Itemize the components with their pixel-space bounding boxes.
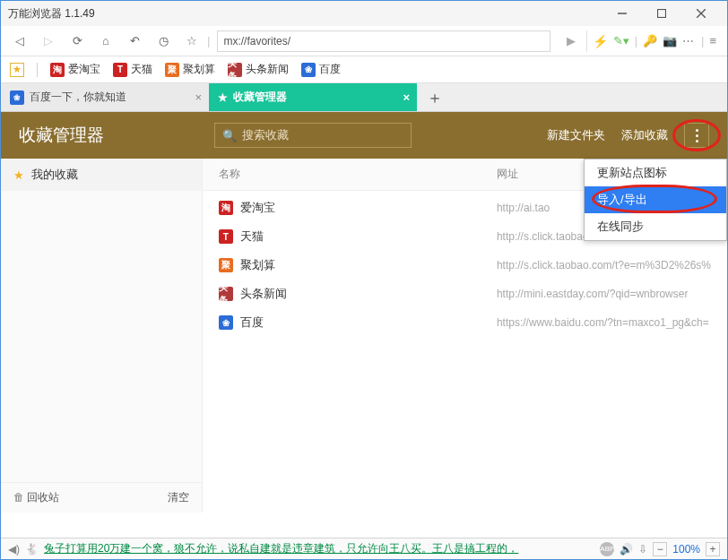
- recycle-bin-button[interactable]: 🗑 回收站: [13, 490, 59, 505]
- menu-refresh-icons[interactable]: 更新站点图标: [585, 159, 726, 186]
- menu-icon[interactable]: ≡: [709, 34, 716, 47]
- speed-icon[interactable]: ⚡: [593, 34, 608, 48]
- minimize-button[interactable]: [603, 4, 641, 23]
- manager-header: 收藏管理器 🔍 搜索收藏 新建文件夹 添加收藏: [1, 112, 727, 159]
- tab-inactive[interactable]: ❀ 百度一下，你就知道 ×: [1, 83, 209, 111]
- site-icon: T: [113, 63, 127, 77]
- more-icon[interactable]: ⋯: [682, 34, 696, 47]
- sidebar: ★ 我的收藏 🗑 回收站 清空: [1, 159, 203, 513]
- toolbar: ◁ ▷ ⟳ ⌂ ↶ ◷ ☆ | mx://favorites/ ▶ ⚡ ✎▾ |…: [1, 26, 727, 56]
- bookmarks-bar: ★ 淘爱淘宝T天猫聚聚划算头条头条新闻❀百度: [1, 56, 727, 83]
- search-placeholder: 搜索收藏: [242, 127, 289, 143]
- status-bar: ◀) 🐇 兔子打算用20万建一个窝，狼不允许，说私自建就是违章建筑，只允许向王八…: [1, 538, 727, 559]
- star-button[interactable]: ☆: [178, 29, 205, 54]
- item-label: 爱淘宝: [240, 200, 275, 216]
- site-icon: ❀: [219, 315, 233, 330]
- bookmark-item[interactable]: 淘爱淘宝: [50, 62, 100, 77]
- go-button[interactable]: ▶: [558, 29, 585, 54]
- status-ticker[interactable]: 兔子打算用20万建一个窝，狼不允许，说私自建就是违章建筑，只允许向王八买。王八是…: [44, 541, 594, 556]
- menu-import-export[interactable]: 导入/导出: [585, 186, 726, 213]
- bookmark-item[interactable]: 聚聚划算: [165, 62, 215, 77]
- bookmark-item[interactable]: ❀百度: [301, 62, 341, 77]
- sidebar-footer: 🗑 回收站 清空: [1, 482, 202, 513]
- col-name: 名称: [219, 167, 497, 182]
- svg-rect-1: [658, 10, 666, 18]
- more-menu-button[interactable]: [684, 123, 709, 148]
- item-url: http://mini.eastday.com/?qid=wnbrowser: [497, 288, 689, 300]
- star-icon: ★: [218, 91, 228, 104]
- key-icon[interactable]: 🔑: [643, 34, 657, 47]
- item-label: 天猫: [240, 228, 264, 245]
- bookmark-item[interactable]: T天猫: [113, 62, 152, 77]
- titlebar: 万能浏览器 1.1.49: [1, 1, 727, 26]
- site-icon: 淘: [219, 201, 233, 215]
- site-icon: 聚: [219, 258, 233, 272]
- svg-line-2: [697, 9, 706, 18]
- menu-sync[interactable]: 在线同步: [585, 213, 726, 240]
- sidebar-item-myfavorites[interactable]: ★ 我的收藏: [1, 159, 202, 191]
- add-favorite-button[interactable]: 添加收藏: [621, 127, 668, 143]
- maximize-button[interactable]: [643, 4, 680, 23]
- download-icon[interactable]: ⇩: [638, 543, 647, 556]
- search-icon: 🔍: [222, 129, 237, 142]
- new-folder-button[interactable]: 新建文件夹: [547, 127, 605, 143]
- wand-icon[interactable]: ✎▾: [613, 34, 629, 47]
- status-bullet: 🐇: [25, 543, 39, 556]
- site-icon: 头条: [219, 287, 233, 301]
- list-item[interactable]: 头条头条新闻http://mini.eastday.com/?qid=wnbro…: [219, 286, 711, 302]
- bookmark-item[interactable]: 头条头条新闻: [228, 62, 289, 77]
- col-url: 网址: [497, 167, 518, 182]
- zoom-out-button[interactable]: −: [653, 542, 667, 556]
- volume-icon[interactable]: 🔊: [620, 543, 633, 556]
- svg-line-3: [697, 9, 706, 18]
- bookmark-label: 爱淘宝: [68, 62, 100, 77]
- main-panel: 名称 网址 淘爱淘宝http://ai.taoT天猫http://s.click…: [203, 159, 727, 513]
- tab-active[interactable]: ★ 收藏管理器 ×: [209, 83, 417, 111]
- bookmarks-star[interactable]: ★: [10, 63, 24, 77]
- camera-icon[interactable]: 📷: [663, 34, 677, 47]
- url-text: mx://favorites/: [223, 35, 290, 47]
- forward-button[interactable]: ▷: [35, 29, 62, 54]
- trash-icon: 🗑: [13, 491, 24, 504]
- sound-toggle-icon[interactable]: ◀): [8, 543, 20, 556]
- site-icon: 淘: [50, 63, 65, 77]
- close-tab-icon[interactable]: ×: [403, 90, 410, 104]
- window-title: 万能浏览器 1.1.49: [8, 6, 602, 22]
- close-tab-icon[interactable]: ×: [195, 90, 202, 104]
- item-url: http://s.click.taobao.com/t?e=m%3D2%26s%: [497, 259, 711, 271]
- close-button[interactable]: [682, 4, 720, 23]
- more-menu-dropdown: 更新站点图标 导入/导出 在线同步: [584, 159, 727, 241]
- tab-label: 百度一下，你就知道: [30, 90, 126, 105]
- address-bar[interactable]: mx://favorites/: [217, 30, 550, 52]
- clear-button[interactable]: 清空: [168, 490, 189, 505]
- page-title: 收藏管理器: [19, 124, 198, 147]
- tab-icon: ❀: [10, 90, 24, 105]
- item-url: https://www.baidu.com/?tn=maxco1_pg&ch=: [497, 316, 709, 329]
- bookmark-label: 聚划算: [183, 62, 215, 77]
- history-button[interactable]: ◷: [150, 29, 177, 54]
- zoom-level: 100%: [672, 543, 700, 556]
- back-button[interactable]: ◁: [6, 29, 33, 54]
- list-item[interactable]: ❀百度https://www.baidu.com/?tn=maxco1_pg&c…: [219, 314, 711, 331]
- item-label: 百度: [240, 314, 264, 331]
- site-icon: T: [219, 229, 233, 244]
- site-icon: ❀: [301, 63, 316, 77]
- item-label: 头条新闻: [240, 286, 287, 302]
- bookmark-label: 头条新闻: [246, 62, 289, 77]
- adblock-icon[interactable]: ABP: [600, 542, 614, 556]
- zoom-in-button[interactable]: +: [706, 542, 720, 556]
- search-input[interactable]: 🔍 搜索收藏: [214, 123, 412, 148]
- site-icon: 头条: [228, 63, 242, 77]
- bookmark-label: 天猫: [131, 62, 152, 77]
- new-tab-button[interactable]: ＋: [417, 83, 453, 111]
- undo-button[interactable]: ↶: [121, 29, 148, 54]
- sidebar-label: 我的收藏: [31, 167, 78, 183]
- list-item[interactable]: 聚聚划算http://s.click.taobao.com/t?e=m%3D2%…: [219, 257, 711, 273]
- tab-strip: ❀ 百度一下，你就知道 × ★ 收藏管理器 × ＋: [1, 83, 727, 112]
- star-icon: ★: [13, 168, 24, 182]
- refresh-button[interactable]: ⟳: [64, 29, 91, 54]
- home-button[interactable]: ⌂: [92, 29, 119, 54]
- star-icon: ★: [10, 63, 24, 77]
- toolbar-right: ⚡ ✎▾ | 🔑 📷 ⋯ | ≡: [586, 30, 722, 52]
- bookmark-label: 百度: [319, 62, 341, 77]
